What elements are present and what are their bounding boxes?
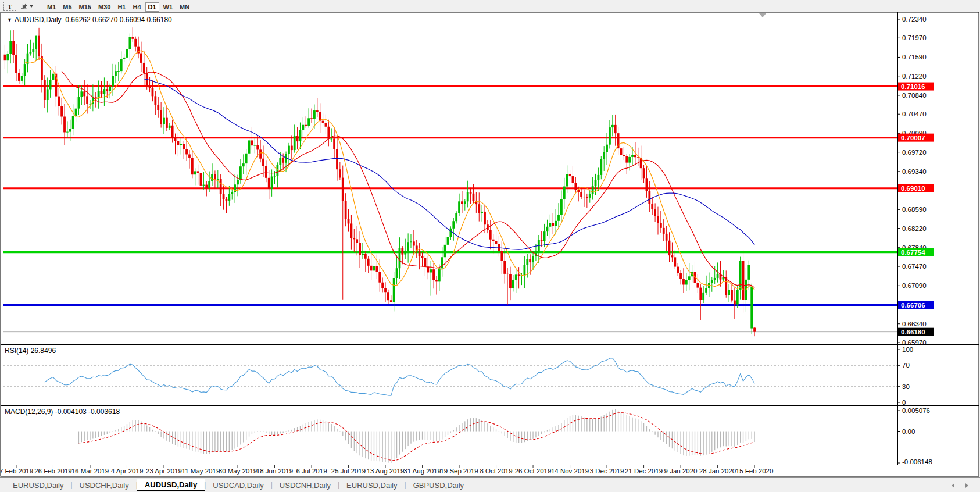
tab-usdcad-daily[interactable]: USDCAD,Daily — [205, 480, 271, 491]
chart-canvas[interactable]: 0.723400.719700.715900.712200.708400.704… — [0, 0, 980, 492]
svg-text:31 Aug 2019: 31 Aug 2019 — [403, 468, 441, 475]
symbol-tab-bar: EURUSD,Daily|USDCHF,Daily|AUDUSD,Daily|U… — [0, 477, 980, 492]
svg-text:30: 30 — [902, 383, 910, 390]
svg-text:26 Oct 2019: 26 Oct 2019 — [515, 468, 552, 475]
tab-gbpusd-daily-6[interactable]: GBPUSD,Daily — [405, 480, 472, 491]
svg-text:23 Apr 2019: 23 Apr 2019 — [146, 468, 182, 475]
svg-text:0.67470: 0.67470 — [902, 263, 927, 270]
svg-text:25 Jul 2019: 25 Jul 2019 — [331, 468, 366, 475]
svg-text:4 Apr 2019: 4 Apr 2019 — [111, 468, 144, 475]
tab-scroll-right-icon[interactable] — [965, 483, 968, 488]
macd-indicator-label: MACD(12,26,9) -0.004103 -0.003618 — [5, 408, 120, 416]
svg-text:0.70840: 0.70840 — [902, 92, 927, 99]
svg-text:0.68590: 0.68590 — [902, 206, 927, 213]
svg-text:28 Jan 2020: 28 Jan 2020 — [699, 468, 736, 475]
svg-text:0.66706: 0.66706 — [901, 302, 925, 309]
svg-text:14 Nov 2019: 14 Nov 2019 — [551, 468, 589, 475]
terminal-window: T M1M5M15M30H1H4D1W1MN 0.723400.719700.7… — [0, 0, 980, 492]
chart-ohlc-values: 0.66262 0.66270 0.66094 0.66180 — [65, 16, 172, 24]
tab-scroll-left-icon[interactable] — [952, 483, 954, 488]
svg-text:0.69340: 0.69340 — [902, 168, 927, 175]
svg-text:26 Feb 2019: 26 Feb 2019 — [34, 468, 72, 475]
svg-text:30 May 2019: 30 May 2019 — [219, 468, 257, 475]
svg-text:6 Jul 2019: 6 Jul 2019 — [296, 468, 327, 475]
tab-audusd-daily[interactable]: AUDUSD,Daily — [137, 479, 205, 491]
svg-text:0.67754: 0.67754 — [901, 249, 925, 256]
svg-text:9 Jan 2020: 9 Jan 2020 — [664, 468, 698, 475]
svg-text:15 Feb 2020: 15 Feb 2020 — [736, 468, 774, 475]
svg-text:0.65970: 0.65970 — [902, 339, 927, 346]
svg-text:16 Mar 2019: 16 Mar 2019 — [71, 468, 109, 475]
symbol-tabs: EURUSD,Daily|USDCHF,Daily|AUDUSD,Daily|U… — [5, 480, 472, 491]
svg-text:0.70007: 0.70007 — [901, 134, 925, 141]
svg-text:0.00: 0.00 — [902, 428, 915, 435]
tab-eurusd-daily-5[interactable]: EURUSD,Daily — [338, 480, 405, 491]
svg-text:13 Aug 2019: 13 Aug 2019 — [367, 468, 405, 475]
svg-text:100: 100 — [902, 346, 913, 353]
rsi-indicator-label: RSI(14) 26.8496 — [5, 347, 56, 355]
svg-text:18 Jun 2019: 18 Jun 2019 — [256, 468, 293, 475]
svg-text:0.67090: 0.67090 — [902, 282, 927, 289]
svg-text:11 May 2019: 11 May 2019 — [182, 468, 220, 475]
svg-text:0.72340: 0.72340 — [902, 16, 927, 23]
svg-text:-0.006148: -0.006148 — [902, 458, 932, 465]
svg-text:0.71016: 0.71016 — [901, 83, 925, 90]
svg-text:0: 0 — [902, 399, 906, 406]
svg-text:0.71220: 0.71220 — [902, 73, 927, 80]
svg-text:21 Dec 2019: 21 Dec 2019 — [625, 468, 663, 475]
tab-eurusd-daily[interactable]: EURUSD,Daily — [5, 480, 71, 491]
svg-text:0.71970: 0.71970 — [902, 34, 927, 41]
svg-text:19 Sep 2019: 19 Sep 2019 — [440, 468, 478, 475]
svg-text:0.66180: 0.66180 — [901, 329, 925, 336]
tab-usdcnh-daily[interactable]: USDCNH,Daily — [271, 480, 339, 491]
svg-text:3 Dec 2019: 3 Dec 2019 — [590, 468, 624, 475]
svg-text:0.70470: 0.70470 — [902, 110, 927, 117]
svg-text:8 Oct 2019: 8 Oct 2019 — [480, 468, 512, 475]
svg-text:0.66340: 0.66340 — [902, 320, 927, 327]
chart-title: ▼AUDUSD,Daily 0.66262 0.66270 0.66094 0.… — [7, 16, 172, 24]
tab-usdchf-daily[interactable]: USDCHF,Daily — [71, 480, 137, 491]
svg-text:0.71590: 0.71590 — [902, 54, 927, 60]
chart-title-caret-icon: ▼ — [7, 17, 12, 23]
svg-text:0.005076: 0.005076 — [902, 407, 930, 414]
svg-text:0.68220: 0.68220 — [902, 225, 927, 232]
svg-text:70: 70 — [902, 362, 910, 369]
svg-text:0.69010: 0.69010 — [901, 185, 925, 192]
svg-text:0.69720: 0.69720 — [902, 149, 927, 156]
svg-text:7 Feb 2019: 7 Feb 2019 — [0, 468, 33, 475]
chart-symbol: AUDUSD,Daily — [15, 16, 62, 24]
